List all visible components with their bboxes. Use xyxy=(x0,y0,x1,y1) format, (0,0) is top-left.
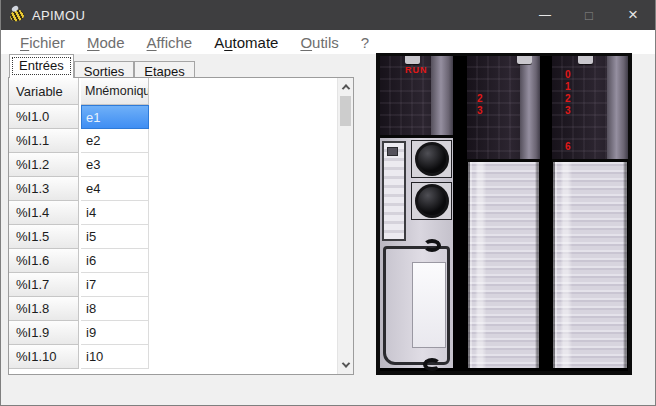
tab-entres[interactable]: Entrées xyxy=(9,54,74,78)
menu-label-part: tomate xyxy=(233,34,279,51)
menu-label-part: A xyxy=(214,34,224,51)
menubar: FichierModeAfficheAutomateOutils? xyxy=(1,30,655,54)
lit-led-2: 2 xyxy=(565,94,571,104)
variable-cell[interactable]: %I1.4 xyxy=(9,201,79,225)
led-display-panel: 01236 xyxy=(552,56,628,162)
mnemonic-cell[interactable]: i7 xyxy=(81,273,149,297)
minimize-button[interactable]: — xyxy=(523,0,567,30)
din-connector-bottom xyxy=(411,182,452,220)
lit-led-3: 3 xyxy=(565,106,571,116)
menu-item-affiche[interactable]: Affiche xyxy=(136,34,204,51)
mnemonic-cell[interactable]: e3 xyxy=(81,153,149,177)
menu-item-mode[interactable]: Mode xyxy=(76,34,136,51)
table-row: %I1.6i6 xyxy=(9,249,337,273)
terminal-block xyxy=(468,162,539,368)
variable-cell[interactable]: %I1.8 xyxy=(9,297,79,321)
menu-item-?[interactable]: ? xyxy=(350,34,380,51)
chevron-up-icon xyxy=(341,84,349,92)
mnemonic-cell[interactable]: e2 xyxy=(81,129,149,153)
table-row: %I1.0e1 xyxy=(9,105,337,129)
column-header-mnemonique: Mnémonique xyxy=(81,78,149,105)
table-row: %I1.9i9 xyxy=(9,321,337,345)
module-clip xyxy=(578,56,593,64)
menu-item-automate[interactable]: Automate xyxy=(203,34,289,51)
menu-mnemonic: F xyxy=(20,34,29,51)
scroll-up-button[interactable] xyxy=(338,79,353,95)
menu-item-fichier[interactable]: Fichier xyxy=(9,34,76,51)
menu-mnemonic: M xyxy=(87,34,100,51)
module-side-strip xyxy=(431,56,453,135)
mnemonic-cell[interactable]: i9 xyxy=(81,321,149,345)
module-clip xyxy=(405,56,420,64)
table-row: %I1.2e3 xyxy=(9,153,337,177)
mnemonic-cell[interactable]: e4 xyxy=(81,177,149,201)
cpu-front xyxy=(380,138,453,368)
variable-cell[interactable]: %I1.10 xyxy=(9,345,79,369)
menu-mnemonic: A xyxy=(147,34,157,51)
menu-label-part: ? xyxy=(361,34,369,51)
module-clip xyxy=(517,56,532,64)
lit-led-2: 2 xyxy=(477,94,483,104)
window-controls: — □ × xyxy=(523,0,655,30)
variables-grid: Variable Mnémonique %I1.0e1%I1.1e2%I1.2e… xyxy=(9,78,337,374)
menu-label-part: ode xyxy=(100,34,125,51)
variable-cell[interactable]: %I1.0 xyxy=(9,105,79,129)
lit-led-0: 0 xyxy=(565,70,571,80)
led-display-panel: 23 xyxy=(467,56,540,162)
table-row: %I1.4i4 xyxy=(9,201,337,225)
door-hook-bottom xyxy=(423,358,441,371)
variable-cell[interactable]: %I1.6 xyxy=(9,249,79,273)
mnemonic-cell[interactable]: i5 xyxy=(81,225,149,249)
label-card xyxy=(412,262,446,348)
scroll-down-button[interactable] xyxy=(338,357,353,373)
io-module-2: 01236 xyxy=(552,56,628,371)
led-display-panel: RUN xyxy=(380,56,453,138)
module-side-strip xyxy=(520,56,540,159)
vertical-scrollbar[interactable] xyxy=(337,78,353,374)
cpu-module: RUN xyxy=(380,56,453,371)
variable-cell[interactable]: %I1.7 xyxy=(9,273,79,297)
io-module-1: 23 xyxy=(467,56,540,371)
module-side-strip xyxy=(607,56,628,159)
table-row: %I1.1e2 xyxy=(9,129,337,153)
plc-rack: RUN2301236 xyxy=(380,56,628,371)
lit-led-6: 6 xyxy=(565,142,571,152)
variable-cell[interactable]: %I1.5 xyxy=(9,225,79,249)
cpu-side-panel xyxy=(382,141,406,241)
mnemonic-cell[interactable]: i4 xyxy=(81,201,149,225)
maximize-button[interactable]: □ xyxy=(567,0,611,30)
mnemonic-cell[interactable]: i8 xyxy=(81,297,149,321)
menu-label-part: ichier xyxy=(29,34,65,51)
variable-cell[interactable]: %I1.1 xyxy=(9,129,79,153)
menu-mnemonic: O xyxy=(300,34,312,51)
cpu-door xyxy=(383,246,450,365)
scrollbar-thumb[interactable] xyxy=(340,96,351,126)
din-connector-top xyxy=(411,140,452,178)
window-title: APIMOU xyxy=(32,8,85,23)
menu-label-part: ffiche xyxy=(157,34,193,51)
table-row: %I1.5i5 xyxy=(9,225,337,249)
chevron-down-icon xyxy=(341,359,349,367)
titlebar: APIMOU — □ × xyxy=(1,0,655,30)
variable-cell[interactable]: %I1.3 xyxy=(9,177,79,201)
table-row: %I1.8i8 xyxy=(9,297,337,321)
run-led-label: RUN xyxy=(405,65,428,75)
close-button[interactable]: × xyxy=(611,0,655,30)
variables-grid-panel: Variable Mnémonique %I1.0e1%I1.1e2%I1.2e… xyxy=(8,77,354,375)
mnemonic-cell-selected[interactable]: e1 xyxy=(81,105,149,129)
mnemonic-cell[interactable]: i6 xyxy=(81,249,149,273)
menu-mnemonic: u xyxy=(224,34,232,51)
plc-photo: RUN2301236 xyxy=(376,53,632,375)
table-row: %I1.7i7 xyxy=(9,273,337,297)
lit-led-3: 3 xyxy=(477,106,483,116)
variable-cell[interactable]: %I1.9 xyxy=(9,321,79,345)
variable-cell[interactable]: %I1.2 xyxy=(9,153,79,177)
table-row: %I1.3e4 xyxy=(9,177,337,201)
column-header-variable: Variable xyxy=(9,78,79,105)
menu-item-outils[interactable]: Outils xyxy=(289,34,349,51)
mnemonic-cell[interactable]: i10 xyxy=(81,345,149,369)
app-window: APIMOU — □ × FichierModeAfficheAutomateO… xyxy=(0,0,656,406)
tab-strip: EntréesSortiesEtapes xyxy=(9,54,195,78)
menu-label-part: utils xyxy=(312,34,339,51)
table-row: %I1.10i10 xyxy=(9,345,337,369)
